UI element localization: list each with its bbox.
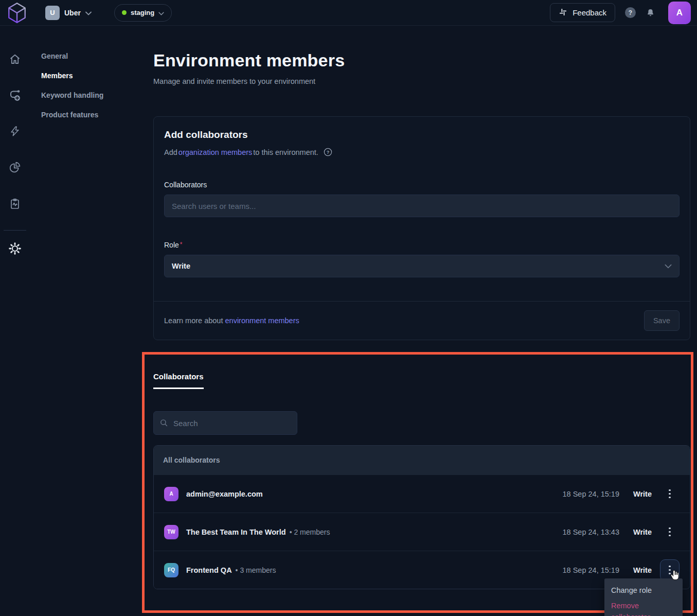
org-badge: U [45,6,60,20]
settings-subnav: General Members Keyword handling Product… [30,26,153,131]
table-row[interactable]: TW The Best Team In The World • 2 member… [154,513,690,551]
svg-text:?: ? [327,150,330,155]
add-collaborators-card: Add collaborators Add organization membe… [153,116,690,340]
collaborators-search-input[interactable] [164,195,680,217]
page-title: Environment members [153,50,690,71]
org-name: Uber [64,9,81,17]
table-header: All collaborators [154,446,690,474]
topbar: U Uber staging Feedback ? [0,0,697,26]
desc-suffix: to this environment. [253,148,318,156]
kebab-dots [669,489,671,499]
question-circle-icon[interactable]: ? [323,147,333,157]
app-logo-icon[interactable] [7,2,27,24]
subnav-item-members[interactable]: Members [41,72,153,79]
required-asterisk: * [180,241,183,248]
row-actions-kebab-icon[interactable] [660,483,680,505]
page-subtitle: Manage and invite members to your enviro… [153,77,690,85]
menu-item-change-role[interactable]: Change role [604,583,683,598]
row-right: 18 Sep 24, 13:43 Write [563,521,680,543]
icon-rail [0,26,30,616]
environment-members-link[interactable]: environment members [225,316,299,325]
row-right: 18 Sep 24, 15:19 Write [563,483,680,505]
row-role: Write [633,566,652,574]
help-icon[interactable]: ? [625,7,636,18]
subnav-item-keyword-handling[interactable]: Keyword handling [41,92,153,99]
desc-prefix: Add [164,148,177,156]
row-right: 18 Sep 24, 15:19 Write [563,559,680,581]
row-context-menu: Change role Remove collaborator [604,578,683,616]
feedback-button[interactable]: Feedback [550,3,615,22]
environment-selector[interactable]: staging [114,4,172,22]
collaborators-list-search-input[interactable] [153,411,297,435]
subnav-item-product-features[interactable]: Product features [41,111,153,118]
organization-members-link[interactable]: organization members [178,148,252,156]
menu-item-remove-collaborator[interactable]: Remove collaborator [604,598,683,616]
collaborators-search [153,411,297,435]
avatar-initial: A [676,8,683,18]
app-root: U Uber staging Feedback ? [0,0,697,616]
row-role: Write [633,490,652,498]
row-role: Write [633,528,652,536]
main-content: Environment members Manage and invite me… [153,26,690,589]
table-row[interactable]: A admin@example.com 18 Sep 24, 15:19 Wri… [154,474,690,513]
kebab-dots [669,527,671,537]
env-name: staging [131,9,154,16]
search-icon [159,418,168,429]
topbar-actions: Feedback ? A [550,2,691,24]
save-button[interactable]: Save [644,310,680,331]
add-collaborators-card-body: Add collaborators Add organization membe… [154,117,690,301]
create-feature-icon[interactable] [8,89,22,102]
settings-gear-icon[interactable] [8,242,22,255]
chevron-down-icon [85,8,92,17]
card-description: Add organization members to this environ… [164,147,680,157]
row-date: 18 Sep 24, 15:19 [563,490,619,498]
subnav-item-general[interactable]: General [41,52,153,60]
lightning-icon[interactable] [8,125,22,138]
role-field-label: Role* [164,241,680,249]
kebab-dots [669,566,671,575]
card-title: Add collaborators [164,129,680,140]
collaborators-table: All collaborators A admin@example.com 18… [153,445,690,589]
tab-collaborators[interactable]: Collaborators [153,372,204,389]
add-collaborators-card-footer: Learn more about environment members Sav… [154,301,690,340]
help-glyph: ? [629,9,632,16]
row-meta: • 2 members [290,528,330,536]
row-avatar: FQ [164,563,178,577]
chevron-down-icon [665,261,672,271]
footer-prefix: Learn more about [164,316,225,325]
row-name: The Best Team In The World [186,528,286,536]
row-meta: • 3 members [236,566,276,574]
role-label-text: Role [164,241,179,249]
collaborators-section: Collaborators All collaborators A admin@… [153,372,690,589]
role-select[interactable]: Write [164,255,680,277]
user-avatar[interactable]: A [668,2,691,24]
row-avatar: TW [164,525,178,539]
slack-icon [559,8,567,18]
feedback-label: Feedback [573,8,606,17]
collaborators-field-label: Collaborators [164,181,680,189]
pie-chart-icon[interactable] [8,161,22,174]
rail-divider [4,230,26,231]
row-actions-kebab-icon[interactable] [660,521,680,543]
footer-text: Learn more about environment members [164,316,299,325]
env-status-dot-icon [122,10,127,15]
notifications-bell-icon[interactable] [646,8,655,18]
chevron-down-icon [158,8,164,17]
row-actions-kebab-icon[interactable] [660,559,680,581]
org-selector[interactable]: U Uber [45,6,92,20]
health-report-icon[interactable] [8,197,22,210]
role-select-value: Write [172,262,190,270]
row-name: admin@example.com [186,490,263,498]
home-icon[interactable] [8,52,22,66]
row-name: Frontend QA [186,566,232,574]
row-date: 18 Sep 24, 15:19 [563,566,619,574]
row-avatar: A [164,487,178,501]
row-date: 18 Sep 24, 13:43 [563,528,619,536]
